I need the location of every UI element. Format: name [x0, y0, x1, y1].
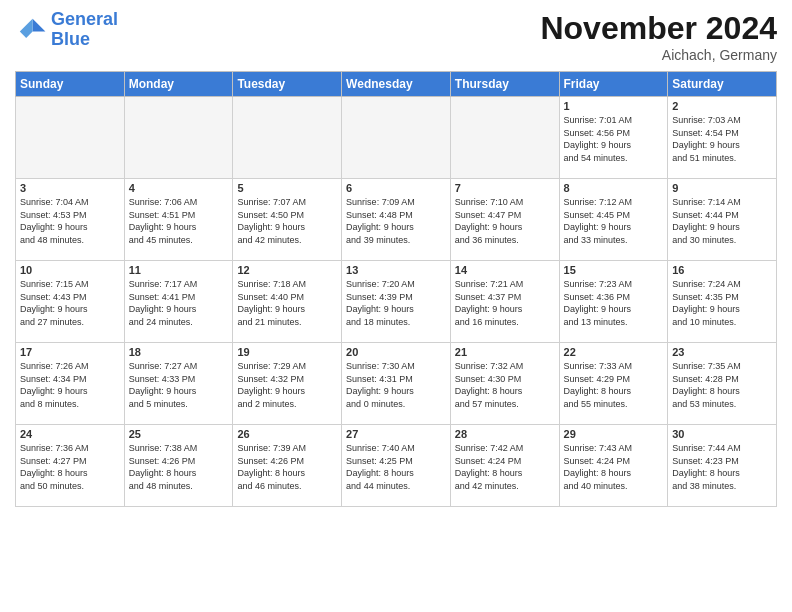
calendar-cell: 2Sunrise: 7:03 AM Sunset: 4:54 PM Daylig… [668, 97, 777, 179]
day-info: Sunrise: 7:42 AM Sunset: 4:24 PM Dayligh… [455, 442, 555, 492]
day-number: 14 [455, 264, 555, 276]
svg-marker-1 [20, 19, 33, 38]
week-row-5: 24Sunrise: 7:36 AM Sunset: 4:27 PM Dayli… [16, 425, 777, 507]
day-number: 4 [129, 182, 229, 194]
page-header: General Blue November 2024 Aichach, Germ… [15, 10, 777, 63]
column-header-thursday: Thursday [450, 72, 559, 97]
day-number: 19 [237, 346, 337, 358]
calendar-table: SundayMondayTuesdayWednesdayThursdayFrid… [15, 71, 777, 507]
day-info: Sunrise: 7:07 AM Sunset: 4:50 PM Dayligh… [237, 196, 337, 246]
day-number: 7 [455, 182, 555, 194]
day-number: 11 [129, 264, 229, 276]
day-info: Sunrise: 7:43 AM Sunset: 4:24 PM Dayligh… [564, 442, 664, 492]
month-title: November 2024 [540, 10, 777, 47]
calendar-cell [450, 97, 559, 179]
day-number: 23 [672, 346, 772, 358]
day-info: Sunrise: 7:39 AM Sunset: 4:26 PM Dayligh… [237, 442, 337, 492]
day-number: 28 [455, 428, 555, 440]
calendar-cell: 14Sunrise: 7:21 AM Sunset: 4:37 PM Dayli… [450, 261, 559, 343]
day-number: 5 [237, 182, 337, 194]
day-number: 30 [672, 428, 772, 440]
calendar-cell: 25Sunrise: 7:38 AM Sunset: 4:26 PM Dayli… [124, 425, 233, 507]
day-info: Sunrise: 7:09 AM Sunset: 4:48 PM Dayligh… [346, 196, 446, 246]
day-number: 9 [672, 182, 772, 194]
logo-text: General Blue [51, 10, 118, 50]
day-info: Sunrise: 7:23 AM Sunset: 4:36 PM Dayligh… [564, 278, 664, 328]
day-number: 6 [346, 182, 446, 194]
day-number: 24 [20, 428, 120, 440]
page-container: General Blue November 2024 Aichach, Germ… [0, 0, 792, 517]
calendar-cell: 27Sunrise: 7:40 AM Sunset: 4:25 PM Dayli… [342, 425, 451, 507]
day-number: 29 [564, 428, 664, 440]
day-number: 10 [20, 264, 120, 276]
day-number: 16 [672, 264, 772, 276]
day-number: 27 [346, 428, 446, 440]
calendar-cell: 26Sunrise: 7:39 AM Sunset: 4:26 PM Dayli… [233, 425, 342, 507]
day-info: Sunrise: 7:04 AM Sunset: 4:53 PM Dayligh… [20, 196, 120, 246]
day-info: Sunrise: 7:32 AM Sunset: 4:30 PM Dayligh… [455, 360, 555, 410]
logo-icon [15, 14, 47, 46]
day-info: Sunrise: 7:29 AM Sunset: 4:32 PM Dayligh… [237, 360, 337, 410]
calendar-cell: 1Sunrise: 7:01 AM Sunset: 4:56 PM Daylig… [559, 97, 668, 179]
day-number: 17 [20, 346, 120, 358]
logo-line2: Blue [51, 29, 90, 49]
week-row-4: 17Sunrise: 7:26 AM Sunset: 4:34 PM Dayli… [16, 343, 777, 425]
week-row-2: 3Sunrise: 7:04 AM Sunset: 4:53 PM Daylig… [16, 179, 777, 261]
title-area: November 2024 Aichach, Germany [540, 10, 777, 63]
day-info: Sunrise: 7:03 AM Sunset: 4:54 PM Dayligh… [672, 114, 772, 164]
day-info: Sunrise: 7:36 AM Sunset: 4:27 PM Dayligh… [20, 442, 120, 492]
day-info: Sunrise: 7:40 AM Sunset: 4:25 PM Dayligh… [346, 442, 446, 492]
day-info: Sunrise: 7:18 AM Sunset: 4:40 PM Dayligh… [237, 278, 337, 328]
day-number: 21 [455, 346, 555, 358]
calendar-cell: 9Sunrise: 7:14 AM Sunset: 4:44 PM Daylig… [668, 179, 777, 261]
column-header-saturday: Saturday [668, 72, 777, 97]
day-number: 12 [237, 264, 337, 276]
calendar-cell [16, 97, 125, 179]
day-info: Sunrise: 7:15 AM Sunset: 4:43 PM Dayligh… [20, 278, 120, 328]
calendar-cell: 12Sunrise: 7:18 AM Sunset: 4:40 PM Dayli… [233, 261, 342, 343]
day-info: Sunrise: 7:27 AM Sunset: 4:33 PM Dayligh… [129, 360, 229, 410]
calendar-cell: 6Sunrise: 7:09 AM Sunset: 4:48 PM Daylig… [342, 179, 451, 261]
calendar-cell: 22Sunrise: 7:33 AM Sunset: 4:29 PM Dayli… [559, 343, 668, 425]
calendar-cell: 8Sunrise: 7:12 AM Sunset: 4:45 PM Daylig… [559, 179, 668, 261]
calendar-cell: 15Sunrise: 7:23 AM Sunset: 4:36 PM Dayli… [559, 261, 668, 343]
calendar-cell: 10Sunrise: 7:15 AM Sunset: 4:43 PM Dayli… [16, 261, 125, 343]
day-number: 20 [346, 346, 446, 358]
day-number: 22 [564, 346, 664, 358]
week-row-1: 1Sunrise: 7:01 AM Sunset: 4:56 PM Daylig… [16, 97, 777, 179]
day-number: 15 [564, 264, 664, 276]
day-info: Sunrise: 7:44 AM Sunset: 4:23 PM Dayligh… [672, 442, 772, 492]
calendar-cell: 17Sunrise: 7:26 AM Sunset: 4:34 PM Dayli… [16, 343, 125, 425]
calendar-cell: 4Sunrise: 7:06 AM Sunset: 4:51 PM Daylig… [124, 179, 233, 261]
day-info: Sunrise: 7:21 AM Sunset: 4:37 PM Dayligh… [455, 278, 555, 328]
calendar-cell [342, 97, 451, 179]
day-info: Sunrise: 7:24 AM Sunset: 4:35 PM Dayligh… [672, 278, 772, 328]
calendar-cell: 18Sunrise: 7:27 AM Sunset: 4:33 PM Dayli… [124, 343, 233, 425]
calendar-cell: 11Sunrise: 7:17 AM Sunset: 4:41 PM Dayli… [124, 261, 233, 343]
calendar-cell: 13Sunrise: 7:20 AM Sunset: 4:39 PM Dayli… [342, 261, 451, 343]
column-header-tuesday: Tuesday [233, 72, 342, 97]
logo-line1: General [51, 9, 118, 29]
calendar-cell: 24Sunrise: 7:36 AM Sunset: 4:27 PM Dayli… [16, 425, 125, 507]
calendar-cell: 30Sunrise: 7:44 AM Sunset: 4:23 PM Dayli… [668, 425, 777, 507]
calendar-cell: 3Sunrise: 7:04 AM Sunset: 4:53 PM Daylig… [16, 179, 125, 261]
svg-marker-0 [33, 19, 46, 32]
calendar-cell: 29Sunrise: 7:43 AM Sunset: 4:24 PM Dayli… [559, 425, 668, 507]
column-header-friday: Friday [559, 72, 668, 97]
week-row-3: 10Sunrise: 7:15 AM Sunset: 4:43 PM Dayli… [16, 261, 777, 343]
day-info: Sunrise: 7:17 AM Sunset: 4:41 PM Dayligh… [129, 278, 229, 328]
calendar-cell: 19Sunrise: 7:29 AM Sunset: 4:32 PM Dayli… [233, 343, 342, 425]
calendar-cell: 20Sunrise: 7:30 AM Sunset: 4:31 PM Dayli… [342, 343, 451, 425]
day-number: 26 [237, 428, 337, 440]
location: Aichach, Germany [540, 47, 777, 63]
day-info: Sunrise: 7:30 AM Sunset: 4:31 PM Dayligh… [346, 360, 446, 410]
day-number: 25 [129, 428, 229, 440]
calendar-cell: 16Sunrise: 7:24 AM Sunset: 4:35 PM Dayli… [668, 261, 777, 343]
calendar-cell: 28Sunrise: 7:42 AM Sunset: 4:24 PM Dayli… [450, 425, 559, 507]
day-info: Sunrise: 7:33 AM Sunset: 4:29 PM Dayligh… [564, 360, 664, 410]
day-info: Sunrise: 7:12 AM Sunset: 4:45 PM Dayligh… [564, 196, 664, 246]
calendar-cell: 7Sunrise: 7:10 AM Sunset: 4:47 PM Daylig… [450, 179, 559, 261]
day-info: Sunrise: 7:35 AM Sunset: 4:28 PM Dayligh… [672, 360, 772, 410]
day-info: Sunrise: 7:14 AM Sunset: 4:44 PM Dayligh… [672, 196, 772, 246]
column-header-sunday: Sunday [16, 72, 125, 97]
